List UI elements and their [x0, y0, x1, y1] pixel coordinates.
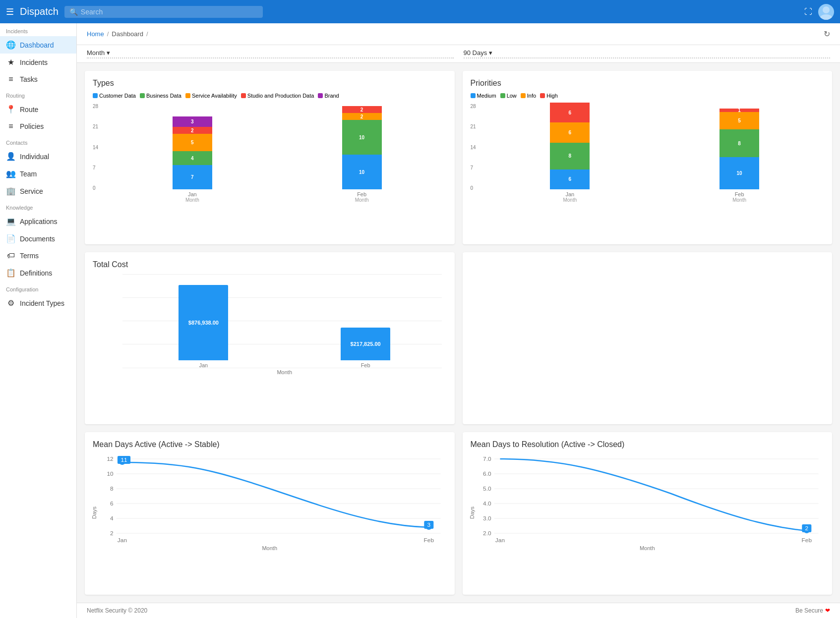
sidebar-item-label: Incident Types [20, 299, 64, 307]
sidebar-item-tasks[interactable]: ≡ Tasks [0, 71, 76, 88]
legend-color [521, 93, 526, 98]
svg-text:2: 2 [110, 531, 114, 536]
sidebar-item-terms[interactable]: 🏷 Terms [0, 247, 76, 264]
sidebar-item-policies[interactable]: ≡ Policies [0, 118, 76, 135]
mean-days-resolution-svg: 7.0 6.0 5.0 4.0 3.0 2.0 2 [471, 454, 825, 543]
legend-color [93, 93, 98, 98]
policies-icon: ≡ [6, 122, 16, 131]
legend-color [185, 93, 190, 98]
legend-item: Info [521, 93, 536, 99]
legend-label: Service Availability [192, 93, 237, 99]
mean-days-active-title: Mean Days Active (Active -> Stable) [93, 440, 447, 449]
legend-item: Medium [471, 93, 496, 99]
secure-text-group: Be Secure ❤ [795, 607, 830, 614]
mean-days-active-chart: 12 10 8 6 4 2 11 [93, 454, 447, 553]
sidebar-item-label: Dashboard [20, 41, 54, 49]
sidebar-item-individual[interactable]: 👤 Individual [0, 148, 76, 165]
y-axis: 07142128 [93, 104, 98, 191]
total-cost-title: Total Cost [93, 260, 447, 269]
fullscreen-icon[interactable]: ⛶ [804, 7, 812, 16]
laptop-icon: 💻 [6, 217, 16, 226]
search-icon: 🔍 [69, 8, 78, 16]
svg-text:10: 10 [107, 471, 113, 477]
chevron-down-icon: ▾ [107, 49, 110, 56]
globe-icon: 🌐 [6, 40, 16, 50]
bar-segment: 8 [720, 129, 759, 157]
mean-days-resolution-card: Mean Days to Resolution (Active -> Close… [463, 432, 833, 595]
svg-text:4.0: 4.0 [483, 501, 491, 506]
svg-text:6: 6 [110, 501, 114, 506]
mean-days-resolution-x-axis: Month [471, 545, 825, 551]
main-content: Home / Dashboard / ↻ Month ▾ 90 Days ▾ T… [77, 23, 840, 618]
sidebar-item-definitions[interactable]: 📋 Definitions [0, 264, 76, 281]
types-feb-group: 10 10 2 2 Feb Month [342, 103, 382, 203]
bar-x-sublabel: Month [563, 197, 577, 203]
svg-point-0 [823, 6, 830, 13]
refresh-icon[interactable]: ↻ [824, 29, 830, 39]
sidebar-item-team[interactable]: 👥 Team [0, 165, 76, 182]
feb-bar: 10 8 5 1 [720, 103, 759, 189]
avatar[interactable] [818, 4, 834, 20]
tag-icon: 🏷 [6, 251, 16, 260]
svg-text:Jan: Jan [495, 538, 504, 543]
sidebar-item-incidents[interactable]: ★ Incidents [0, 54, 76, 71]
sidebar-item-label: Documents [20, 235, 55, 243]
document-icon: 📄 [6, 234, 16, 243]
legend-color [540, 93, 545, 98]
legend-item: Low [500, 93, 517, 99]
svg-text:Feb: Feb [424, 538, 434, 543]
chevron-down-icon-2: ▾ [489, 49, 492, 56]
mean-days-active-card: Mean Days Active (Active -> Stable) 12 1… [85, 432, 455, 595]
legend-label: Low [507, 93, 517, 99]
priorities-feb-group: 10 8 5 1 Feb Month [720, 103, 759, 203]
search-bar[interactable]: 🔍 Search [64, 6, 263, 18]
bar-segment: 10 [342, 155, 382, 189]
sidebar-item-documents[interactable]: 📄 Documents [0, 230, 76, 247]
main-layout: Incidents 🌐 Dashboard ★ Incidents ≡ Task… [0, 23, 840, 618]
sidebar-item-service[interactable]: 🏢 Service [0, 182, 76, 200]
sidebar-item-applications[interactable]: 💻 Applications [0, 213, 76, 230]
bar-segment: 10 [720, 157, 759, 189]
filter-month[interactable]: Month ▾ [87, 49, 454, 58]
bar-x-sublabel: Month [355, 197, 369, 203]
mean-days-resolution-y-axis-label: Days [469, 506, 475, 519]
priorities-bars: 6 8 6 6 Jan Month 10 8 [485, 116, 825, 203]
filter-days[interactable]: 90 Days ▾ [464, 49, 831, 58]
legend-item: Studio and Production Data [241, 93, 314, 99]
bar-segment: 5 [173, 134, 212, 151]
service-icon: 🏢 [6, 186, 16, 196]
empty-chart-card [463, 252, 833, 425]
sidebar-item-label: Definitions [20, 269, 52, 277]
breadcrumb-sep-1: / [107, 30, 109, 38]
svg-text:4: 4 [110, 516, 114, 521]
bar-segment: 6 [550, 103, 590, 122]
feb-bar: 10 10 2 2 [342, 103, 382, 189]
star-icon: ★ [6, 57, 16, 67]
cost-x-label-jan: Jan [199, 362, 208, 368]
total-cost-chart: $876,938.00 Jan $217,825.00 Feb Month [93, 274, 447, 383]
legend-label: Studio and Production Data [247, 93, 314, 99]
dashboard-grid: Types Customer Data Business Data Servic… [77, 63, 840, 603]
sidebar-item-route[interactable]: 📍 Route [0, 101, 76, 118]
hamburger-icon[interactable]: ☰ [6, 6, 14, 17]
sidebar-item-incident-types[interactable]: ⚙ Incident Types [0, 294, 76, 312]
sidebar-item-label: Team [20, 170, 37, 178]
location-icon: 📍 [6, 105, 16, 114]
cost-feb: $217,825.00 Feb [341, 328, 390, 368]
filter-days-label: 90 Days [464, 49, 487, 56]
list-icon: ≡ [6, 75, 16, 84]
priorities-jan-group: 6 8 6 6 Jan Month [550, 103, 590, 203]
breadcrumb-home[interactable]: Home [87, 30, 104, 38]
bar-x-label: Jan [566, 191, 575, 197]
sidebar-item-dashboard[interactable]: 🌐 Dashboard [0, 36, 76, 54]
legend-color [471, 93, 476, 98]
svg-text:11: 11 [120, 457, 127, 463]
sidebar-section-knowledge: Knowledge [0, 200, 76, 213]
gear-icon: ⚙ [6, 298, 16, 308]
legend-label: Business Data [146, 93, 181, 99]
bar-segment: 7 [173, 165, 212, 189]
svg-text:3.0: 3.0 [483, 516, 491, 521]
cost-bar-jan: $876,938.00 [179, 285, 228, 360]
sidebar-item-label: Applications [20, 218, 58, 225]
app-title: Dispatch [20, 6, 59, 17]
